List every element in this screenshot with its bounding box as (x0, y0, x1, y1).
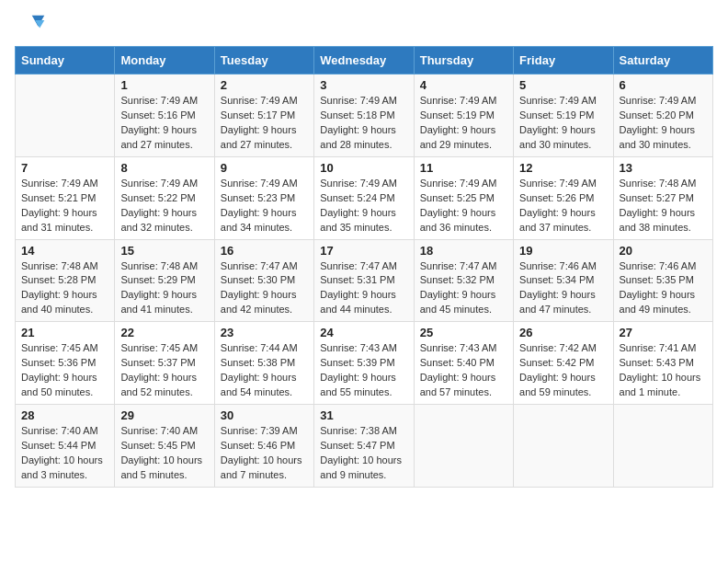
day-number: 3 (320, 78, 407, 92)
day-number: 23 (221, 326, 308, 339)
cell-content: Sunrise: 7:40 AMSunset: 5:45 PMDaylight:… (120, 424, 208, 483)
daylight-text: Daylight: 9 hours and 27 minutes. (120, 123, 208, 153)
calendar-cell: 27Sunrise: 7:41 AMSunset: 5:43 PMDayligh… (613, 322, 712, 405)
calendar-cell: 20Sunrise: 7:46 AMSunset: 5:35 PMDayligh… (613, 239, 712, 322)
daylight-text: Daylight: 9 hours and 47 minutes. (519, 288, 607, 317)
calendar-cell: 15Sunrise: 7:48 AMSunset: 5:29 PMDayligh… (115, 239, 214, 322)
cell-content: Sunrise: 7:49 AMSunset: 5:26 PMDaylight:… (519, 177, 607, 236)
sunrise-text: Sunrise: 7:40 AM (21, 424, 108, 439)
sunset-text: Sunset: 5:24 PM (320, 191, 407, 206)
day-number: 12 (519, 161, 607, 175)
calendar-cell: 5Sunrise: 7:49 AMSunset: 5:19 PMDaylight… (514, 75, 613, 157)
calendar-cell: 26Sunrise: 7:42 AMSunset: 5:42 PMDayligh… (514, 322, 613, 405)
sunset-text: Sunset: 5:45 PM (120, 439, 208, 454)
day-number: 11 (420, 161, 507, 175)
daylight-text: Daylight: 9 hours and 54 minutes. (221, 371, 308, 400)
sunrise-text: Sunrise: 7:47 AM (221, 259, 308, 274)
calendar-cell: 18Sunrise: 7:47 AMSunset: 5:32 PMDayligh… (414, 239, 513, 322)
sunset-text: Sunset: 5:20 PM (620, 109, 707, 123)
calendar-cell: 17Sunrise: 7:47 AMSunset: 5:31 PMDayligh… (314, 239, 414, 322)
header-sunday: Sunday (16, 47, 115, 75)
day-number: 13 (620, 161, 707, 175)
calendar-week-2: 14Sunrise: 7:48 AMSunset: 5:28 PMDayligh… (16, 239, 713, 322)
sunrise-text: Sunrise: 7:49 AM (221, 177, 308, 191)
cell-content: Sunrise: 7:49 AMSunset: 5:24 PMDaylight:… (320, 177, 407, 236)
cell-content: Sunrise: 7:49 AMSunset: 5:25 PMDaylight:… (420, 177, 507, 236)
sunset-text: Sunset: 5:44 PM (21, 439, 108, 454)
sunrise-text: Sunrise: 7:48 AM (620, 177, 707, 191)
header-thursday: Thursday (414, 47, 513, 75)
calendar-week-4: 28Sunrise: 7:40 AMSunset: 5:44 PMDayligh… (16, 405, 713, 488)
sunrise-text: Sunrise: 7:49 AM (221, 94, 308, 109)
daylight-text: Daylight: 9 hours and 57 minutes. (420, 371, 507, 400)
day-number: 22 (120, 326, 208, 339)
sunrise-text: Sunrise: 7:46 AM (519, 259, 607, 274)
sunset-text: Sunset: 5:36 PM (21, 356, 108, 371)
day-number: 9 (221, 161, 308, 175)
calendar-cell: 8Sunrise: 7:49 AMSunset: 5:22 PMDaylight… (115, 156, 214, 239)
cell-content: Sunrise: 7:49 AMSunset: 5:16 PMDaylight:… (120, 94, 208, 153)
sunrise-text: Sunrise: 7:39 AM (221, 424, 308, 439)
cell-content: Sunrise: 7:49 AMSunset: 5:19 PMDaylight:… (519, 94, 607, 153)
calendar-cell: 29Sunrise: 7:40 AMSunset: 5:45 PMDayligh… (115, 405, 214, 488)
calendar-cell: 7Sunrise: 7:49 AMSunset: 5:21 PMDaylight… (16, 156, 115, 239)
day-number: 19 (519, 244, 607, 258)
cell-content: Sunrise: 7:49 AMSunset: 5:20 PMDaylight:… (620, 94, 707, 153)
daylight-text: Daylight: 9 hours and 37 minutes. (519, 206, 607, 236)
sunset-text: Sunset: 5:25 PM (420, 191, 507, 206)
cell-content: Sunrise: 7:40 AMSunset: 5:44 PMDaylight:… (21, 424, 108, 483)
cell-content: Sunrise: 7:48 AMSunset: 5:28 PMDaylight:… (21, 259, 108, 318)
cell-content: Sunrise: 7:44 AMSunset: 5:38 PMDaylight:… (221, 341, 308, 400)
header-monday: Monday (115, 47, 214, 75)
day-number: 28 (21, 408, 108, 422)
cell-content: Sunrise: 7:38 AMSunset: 5:47 PMDaylight:… (320, 424, 407, 483)
calendar-cell: 30Sunrise: 7:39 AMSunset: 5:46 PMDayligh… (214, 405, 313, 488)
sunset-text: Sunset: 5:27 PM (620, 191, 707, 206)
sunrise-text: Sunrise: 7:49 AM (320, 177, 407, 191)
day-number: 10 (320, 161, 407, 175)
day-number: 20 (620, 244, 707, 258)
cell-content: Sunrise: 7:46 AMSunset: 5:35 PMDaylight:… (620, 259, 707, 318)
calendar-cell: 24Sunrise: 7:43 AMSunset: 5:39 PMDayligh… (314, 322, 414, 405)
sunset-text: Sunset: 5:29 PM (120, 273, 208, 288)
daylight-text: Daylight: 10 hours and 5 minutes. (120, 454, 208, 483)
daylight-text: Daylight: 9 hours and 31 minutes. (21, 206, 108, 236)
calendar-cell (414, 405, 513, 488)
daylight-text: Daylight: 9 hours and 27 minutes. (221, 123, 308, 153)
cell-content: Sunrise: 7:49 AMSunset: 5:18 PMDaylight:… (320, 94, 407, 153)
day-number: 17 (320, 244, 407, 258)
sunrise-text: Sunrise: 7:43 AM (320, 341, 407, 356)
calendar-cell (514, 405, 613, 488)
sunrise-text: Sunrise: 7:49 AM (519, 177, 607, 191)
sunrise-text: Sunrise: 7:40 AM (120, 424, 208, 439)
cell-content: Sunrise: 7:41 AMSunset: 5:43 PMDaylight:… (620, 341, 707, 400)
sunset-text: Sunset: 5:32 PM (420, 273, 507, 288)
daylight-text: Daylight: 9 hours and 40 minutes. (21, 288, 108, 317)
day-number: 2 (221, 78, 308, 92)
sunset-text: Sunset: 5:21 PM (21, 191, 108, 206)
day-number: 8 (120, 161, 208, 175)
sunset-text: Sunset: 5:47 PM (320, 439, 407, 454)
sunset-text: Sunset: 5:19 PM (519, 109, 607, 123)
sunset-text: Sunset: 5:26 PM (519, 191, 607, 206)
daylight-text: Daylight: 9 hours and 28 minutes. (320, 123, 407, 153)
day-number: 6 (620, 78, 707, 92)
sunset-text: Sunset: 5:43 PM (620, 356, 707, 371)
sunrise-text: Sunrise: 7:49 AM (620, 94, 707, 109)
sunrise-text: Sunrise: 7:46 AM (620, 259, 707, 274)
sunset-text: Sunset: 5:19 PM (420, 109, 507, 123)
calendar-cell: 28Sunrise: 7:40 AMSunset: 5:44 PMDayligh… (16, 405, 115, 488)
sunrise-text: Sunrise: 7:41 AM (620, 341, 707, 356)
calendar-cell: 22Sunrise: 7:45 AMSunset: 5:37 PMDayligh… (115, 322, 214, 405)
daylight-text: Daylight: 10 hours and 7 minutes. (221, 454, 308, 483)
sunrise-text: Sunrise: 7:49 AM (420, 94, 507, 109)
cell-content: Sunrise: 7:43 AMSunset: 5:39 PMDaylight:… (320, 341, 407, 400)
header-friday: Friday (514, 47, 613, 75)
calendar-cell: 10Sunrise: 7:49 AMSunset: 5:24 PMDayligh… (314, 156, 414, 239)
daylight-text: Daylight: 9 hours and 55 minutes. (320, 371, 407, 400)
daylight-text: Daylight: 9 hours and 45 minutes. (420, 288, 507, 317)
daylight-text: Daylight: 10 hours and 3 minutes. (21, 454, 108, 483)
cell-content: Sunrise: 7:46 AMSunset: 5:34 PMDaylight:… (519, 259, 607, 318)
sunrise-text: Sunrise: 7:47 AM (320, 259, 407, 274)
sunset-text: Sunset: 5:31 PM (320, 273, 407, 288)
